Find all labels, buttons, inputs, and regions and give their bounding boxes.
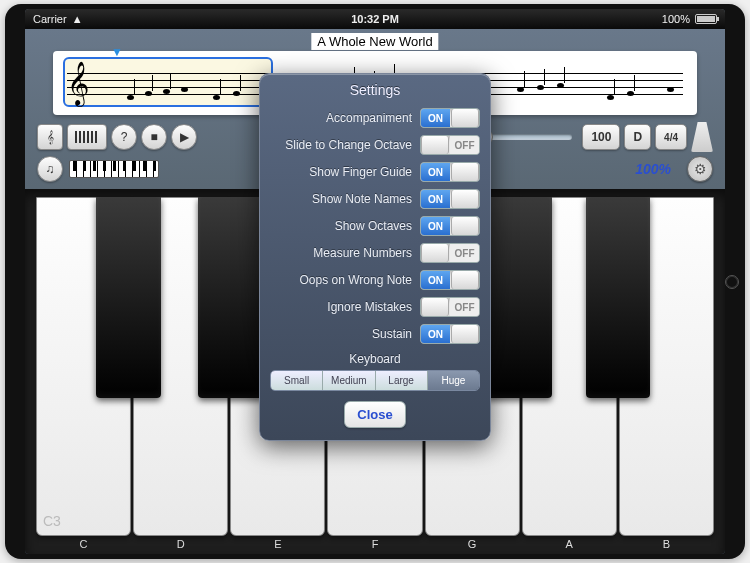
mini-keyboard-nav[interactable] (69, 160, 159, 178)
white-key[interactable]: C3 (36, 197, 131, 536)
stop-button[interactable]: ■ (141, 124, 167, 150)
setting-row: Slide to Change OctaveONOFF (270, 133, 480, 157)
carrier-label: Carrier (33, 13, 67, 25)
white-key[interactable] (133, 197, 228, 536)
size-option[interactable]: Small (271, 371, 323, 390)
setting-row: Show OctavesONOFF (270, 214, 480, 238)
white-key[interactable] (522, 197, 617, 536)
switch-on-label: ON (421, 190, 450, 208)
switch-knob (451, 163, 479, 181)
toggle-switch[interactable]: ONOFF (420, 216, 480, 236)
note-label: E (229, 538, 326, 554)
size-option[interactable]: Huge (428, 371, 479, 390)
note-label: D (132, 538, 229, 554)
key-display[interactable]: D (624, 124, 651, 150)
close-button[interactable]: Close (344, 401, 406, 428)
setting-row: SustainONOFF (270, 322, 480, 346)
setting-label: Oops on Wrong Note (299, 273, 412, 287)
toggle-switch[interactable]: ONOFF (420, 324, 480, 344)
battery-icon (695, 14, 717, 24)
app-content: A Whole New World ▼ 𝄞 (25, 29, 725, 554)
setting-label: Measure Numbers (313, 246, 412, 260)
setting-row: AccompanimentONOFF (270, 106, 480, 130)
switch-on-label: ON (421, 325, 450, 343)
setting-row: Oops on Wrong NoteONOFF (270, 268, 480, 292)
switch-on-label: ON (421, 109, 450, 127)
note-label: C (35, 538, 132, 554)
screen: Carrier ▲ 10:32 PM 100% A Whole New Worl… (25, 9, 725, 554)
note-label: A (521, 538, 618, 554)
time-signature-display[interactable]: 4/4 (655, 124, 687, 150)
setting-label: Show Note Names (312, 192, 412, 206)
size-option[interactable]: Large (376, 371, 428, 390)
setting-label: Ignore Mistakes (327, 300, 412, 314)
toggle-switch[interactable]: ONOFF (420, 270, 480, 290)
switch-knob (451, 109, 479, 127)
bars-icon (75, 131, 99, 143)
switch-on-label: ON (421, 163, 450, 181)
keyboard-size-segmented[interactable]: SmallMediumLargeHuge (270, 370, 480, 391)
setting-row: Ignore MistakesONOFF (270, 295, 480, 319)
settings-modal: Settings AccompanimentONOFFSlide to Chan… (259, 73, 491, 441)
note-labels: C D E F G A B (35, 538, 715, 554)
play-button[interactable]: ▶ (171, 124, 197, 150)
notation-view-button[interactable]: 𝄞 (37, 124, 63, 150)
setting-label: Show Finger Guide (309, 165, 412, 179)
toggle-switch[interactable]: ONOFF (420, 243, 480, 263)
switch-on-label: ON (421, 217, 450, 235)
switch-knob (451, 271, 479, 289)
toggle-switch[interactable]: ONOFF (420, 162, 480, 182)
toggle-switch[interactable]: ONOFF (420, 297, 480, 317)
battery-pct: 100% (662, 13, 690, 25)
note-label: B (618, 538, 715, 554)
keyboard-view-button[interactable] (67, 124, 107, 150)
switch-knob (421, 244, 449, 262)
clock: 10:32 PM (351, 13, 399, 25)
status-bar: Carrier ▲ 10:32 PM 100% (25, 9, 725, 29)
setting-label: Accompaniment (326, 111, 412, 125)
help-button[interactable]: ? (111, 124, 137, 150)
home-button[interactable] (725, 275, 739, 289)
switch-knob (421, 298, 449, 316)
setting-label: Show Octaves (335, 219, 412, 233)
setting-row: Measure NumbersONOFF (270, 241, 480, 265)
switch-knob (451, 217, 479, 235)
songs-button[interactable]: ♫ (37, 156, 63, 182)
modal-title: Settings (270, 82, 480, 98)
toggle-switch[interactable]: ONOFF (420, 135, 480, 155)
switch-off-label: OFF (450, 136, 479, 154)
switch-on-label: ON (421, 271, 450, 289)
white-key[interactable] (619, 197, 714, 536)
switch-off-label: OFF (450, 244, 479, 262)
setting-label: Slide to Change Octave (285, 138, 412, 152)
metronome-icon[interactable] (691, 122, 713, 152)
octave-label: C3 (43, 513, 61, 529)
zoom-percent: 100% (625, 161, 681, 177)
switch-knob (451, 190, 479, 208)
setting-label: Sustain (372, 327, 412, 341)
setting-row: Show Note NamesONOFF (270, 187, 480, 211)
keyboard-size-label: Keyboard (270, 352, 480, 366)
note-label: F (326, 538, 423, 554)
tempo-display[interactable]: 100 (582, 124, 620, 150)
setting-row: Show Finger GuideONOFF (270, 160, 480, 184)
ipad-frame: Carrier ▲ 10:32 PM 100% A Whole New Worl… (5, 4, 745, 559)
wifi-icon: ▲ (72, 13, 83, 25)
switch-knob (421, 136, 449, 154)
gear-icon: ⚙ (694, 161, 707, 177)
song-title: A Whole New World (311, 33, 438, 50)
switch-off-label: OFF (450, 298, 479, 316)
settings-button[interactable]: ⚙ (687, 156, 713, 182)
toggle-switch[interactable]: ONOFF (420, 108, 480, 128)
size-option[interactable]: Medium (323, 371, 375, 390)
toggle-switch[interactable]: ONOFF (420, 189, 480, 209)
switch-knob (451, 325, 479, 343)
note-label: G (424, 538, 521, 554)
treble-clef-icon: 𝄞 (67, 61, 89, 106)
